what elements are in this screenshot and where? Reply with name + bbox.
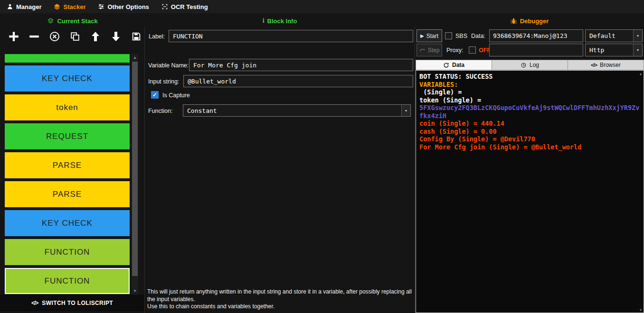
stack-block[interactable]: KEY CHECK (5, 210, 130, 236)
refresh-icon (443, 62, 449, 68)
proxy-type-select[interactable]: Http ▼ (585, 44, 643, 56)
is-capture-checkbox[interactable]: ✓ (151, 91, 159, 99)
variable-name-input[interactable] (189, 59, 413, 71)
disable-icon (49, 31, 60, 42)
block-description: This will just return anything written i… (147, 288, 414, 311)
move-down-button[interactable] (110, 30, 122, 43)
clone-block-button[interactable] (69, 30, 81, 43)
scroll-up-icon[interactable]: ▲ (638, 71, 643, 76)
current-stack-title: Current Stack (0, 16, 145, 26)
function-label: Function: (148, 108, 172, 114)
start-label: Start (426, 33, 438, 39)
console-scrollbar: ▲ ▼ (638, 71, 643, 312)
layers-icon (47, 18, 54, 25)
function-select-value: Constant (183, 107, 401, 114)
tab-data[interactable]: Data (416, 60, 492, 70)
is-capture-label: Is Capture (162, 92, 190, 99)
debugger-console: BOT STATUS: SUCCESS VARIABLES: (Single) … (416, 70, 644, 313)
scrollbar-thumb[interactable] (132, 62, 138, 276)
clone-icon (70, 31, 80, 42)
step-icon (419, 47, 426, 53)
tab-log[interactable]: Log (492, 60, 568, 70)
stack-block[interactable]: KEY CHECK (5, 65, 130, 92)
console-line: VARIABLES: (419, 81, 640, 89)
disable-block-button[interactable] (48, 30, 61, 43)
menu-stacker[interactable]: Stacker (54, 3, 85, 10)
save-icon (131, 31, 142, 42)
input-string-input[interactable] (183, 75, 413, 87)
proxy-label: Proxy: (446, 47, 463, 54)
menu-label: OCR Testing (171, 3, 208, 10)
start-button[interactable]: ▶ Start (417, 29, 442, 42)
remove-block-button[interactable] (28, 30, 40, 43)
ocr-icon (161, 3, 168, 10)
history-icon (521, 62, 527, 68)
proxy-checkbox[interactable] (469, 46, 476, 54)
scroll-down-icon[interactable]: ▼ (132, 287, 138, 294)
data-input[interactable] (489, 29, 583, 42)
block-label: KEY CHECK (42, 219, 93, 228)
stack-block[interactable]: FUNCTION (5, 239, 130, 265)
current-stack-label: Current Stack (57, 18, 97, 25)
tab-browser[interactable]: </> Browser (568, 60, 644, 70)
stack-scrollbar: ▲ ▼ (132, 54, 138, 294)
move-up-button[interactable] (89, 30, 102, 43)
save-button[interactable] (130, 30, 142, 43)
person-icon (7, 3, 13, 10)
stack-block-selected[interactable]: FUNCTION (5, 268, 130, 294)
input-string-label: Input string: (148, 78, 179, 85)
description-line: This will just return anything written i… (147, 288, 414, 303)
menu-other-options[interactable]: Other Options (98, 3, 149, 10)
chevron-down-icon[interactable]: ▼ (633, 44, 642, 56)
stack-toolbar (8, 28, 142, 46)
sliders-icon (98, 3, 104, 10)
move-up-icon (90, 31, 101, 42)
sbs-label: SBS (455, 33, 467, 39)
check-icon: ✓ (152, 92, 157, 98)
tab-label: Data (452, 62, 464, 68)
menu-label: Manager (16, 3, 41, 10)
tab-label: Log (530, 62, 539, 68)
block-label: FUNCTION (45, 248, 90, 257)
block-info-title: i Block Info (145, 16, 415, 26)
block-info-panel: Label: Variable Name: Input string: ✓ Is… (145, 27, 415, 313)
description-line: Use this to chain constants and variable… (147, 303, 414, 311)
info-icon: i (263, 17, 265, 25)
console-line: BOT STATUS: SUCCESS (419, 73, 640, 81)
console-line: cash (Single) = 0.00 (419, 128, 640, 136)
tab-label: Browser (600, 62, 621, 68)
stack-block[interactable]: PARSE (5, 181, 130, 207)
move-down-icon (110, 31, 122, 42)
chevron-down-icon[interactable]: ▼ (401, 105, 410, 116)
add-block-button[interactable] (8, 30, 20, 43)
sbs-checkbox[interactable] (445, 32, 452, 39)
block-label: PARSE (53, 161, 82, 170)
menu-manager[interactable]: Manager (7, 3, 41, 10)
wordlist-type-select[interactable]: Default ▼ (585, 29, 643, 42)
menu-label: Other Options (107, 3, 149, 10)
console-line: For More Cfg join (Single) = @Bullet_wor… (419, 143, 640, 151)
label-input[interactable] (169, 30, 413, 42)
menubar: Manager Stacker Other Options OCR Testin… (0, 0, 644, 13)
chevron-down-icon[interactable]: ▼ (633, 30, 642, 42)
data-label: Data: (471, 33, 485, 39)
scroll-down-icon[interactable]: ▼ (638, 307, 643, 312)
debugger-tabs: Data Log </> Browser (416, 60, 644, 70)
stack-block[interactable] (5, 54, 130, 63)
block-label: PARSE (53, 190, 82, 199)
menu-ocr-testing[interactable]: OCR Testing (161, 3, 208, 10)
wordlist-type-value: Default (586, 32, 633, 39)
debugger-title: Debugger (415, 16, 644, 26)
code-icon: </> (591, 62, 597, 68)
function-select[interactable]: Constant ▼ (183, 104, 411, 117)
stack-block[interactable]: PARSE (5, 152, 130, 178)
proxy-type-value: Http (586, 46, 633, 54)
scroll-up-icon[interactable]: ▲ (132, 54, 138, 61)
console-line: 5FXGswzucy2FQ3BLzCKQGupoCuVkfeAj9stWQCwl… (419, 104, 640, 120)
code-icon: </> (31, 300, 38, 306)
switch-to-loliscript-button[interactable]: </> SWITCH TO LOLISCRIPT (0, 295, 144, 311)
stack-block[interactable]: REQUEST (5, 123, 130, 149)
proxy-input[interactable] (489, 44, 583, 56)
stack-block[interactable]: token (5, 94, 130, 120)
step-button[interactable]: Step (417, 44, 442, 56)
